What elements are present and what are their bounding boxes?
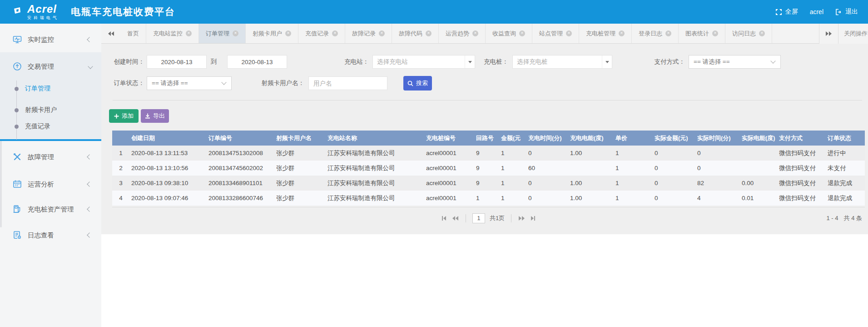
next-page-button[interactable] (518, 215, 526, 221)
payment-method-select[interactable]: == 请选择 == (689, 55, 781, 69)
tab-visit-log[interactable]: 访问日志 × (725, 24, 772, 43)
page-title: 电瓶车充电桩收费平台 (71, 5, 175, 18)
table-row[interactable]: 1 2020-08-13 13:11:53 2008134751302008 张… (112, 146, 865, 161)
col-station-name[interactable]: 充电站名称 (326, 131, 424, 146)
pile-placeholder: 选择充电桩 (513, 55, 602, 68)
sidebar-item-pile-asset-mgmt[interactable]: 充电桩资产管理 (0, 202, 101, 216)
sidebar-item-fault-mgmt[interactable]: 故障管理 (0, 150, 101, 164)
tab-label: 登录日志 (639, 30, 662, 38)
tab-close-icon[interactable]: × (285, 30, 291, 36)
tabs-scroll-right-button[interactable] (819, 24, 838, 44)
tabs-scroll-left-button[interactable] (101, 24, 120, 43)
station-combobox[interactable]: 选择充电站 (372, 55, 475, 69)
col-unit-price[interactable]: 单价 (614, 131, 653, 146)
tab-close-icon[interactable]: × (712, 30, 718, 36)
tab-operation-trends[interactable]: 运营趋势 × (439, 24, 486, 43)
sidebar-item-log-view[interactable]: 日志查看 (0, 228, 101, 242)
tab-label: 运营趋势 (446, 30, 469, 38)
tab-station-monitor[interactable]: 充电站监控 × (146, 24, 199, 43)
add-button[interactable]: 添加 (109, 109, 139, 123)
logo-subtext: 安科瑞电气 (27, 16, 59, 20)
tab-close-icon[interactable]: × (519, 30, 525, 36)
tab-close-icon[interactable]: × (379, 30, 385, 36)
table-row[interactable]: 2 2020-08-13 13:10:56 2008134745602002 张… (112, 161, 865, 176)
col-created-date[interactable]: 创建日期 (129, 131, 207, 146)
chevron-left-icon (87, 232, 92, 237)
rfid-username-input[interactable] (308, 76, 387, 90)
sidebar-group-transaction-mgmt[interactable]: 交易管理 (0, 59, 101, 74)
col-order-status[interactable]: 订单状态 (826, 131, 865, 146)
cell-pile-number: acrel00001 (424, 191, 474, 206)
page-number-input[interactable] (472, 213, 485, 223)
tab-close-icon[interactable]: × (426, 30, 432, 36)
dropdown-arrow-icon[interactable] (602, 55, 612, 68)
tab-site-mgmt[interactable]: 站点管理 × (532, 24, 579, 43)
tab-close-icon[interactable]: × (759, 30, 765, 36)
export-button-label: 导出 (153, 112, 165, 120)
tab-close-icon[interactable]: × (472, 30, 478, 36)
tab-close-icon[interactable]: × (566, 30, 572, 36)
table-row[interactable]: 3 2020-08-13 09:38:10 2008133468901101 张… (112, 176, 865, 191)
first-page-button[interactable] (441, 215, 447, 221)
sidebar-item-operation-analysis[interactable]: 运营分析 (0, 177, 101, 191)
pile-combobox[interactable]: 选择充电桩 (512, 55, 612, 69)
cell-actual-amount: 0 (653, 191, 695, 206)
close-operations-menu[interactable]: 关闭操作 (838, 24, 868, 44)
fullscreen-button[interactable]: 全屏 (775, 8, 798, 16)
tab-home[interactable]: 首页 (120, 24, 146, 43)
col-circuit-number[interactable]: 回路号 (474, 131, 499, 146)
table-row[interactable]: 4 2020-08-13 09:07:46 2008133286600746 张… (112, 191, 865, 206)
tab-close-icon[interactable]: × (186, 30, 192, 36)
tab-login-log[interactable]: 登录日志 × (632, 24, 679, 43)
tab-order-mgmt[interactable]: 订单管理 × (199, 24, 246, 43)
prev-page-button[interactable] (451, 215, 459, 221)
tab-pile-mgmt[interactable]: 充电桩管理 × (579, 24, 632, 43)
tab-close-icon[interactable]: × (233, 30, 238, 36)
sidebar-item-realtime-monitor[interactable]: 实时监控 (0, 32, 101, 47)
col-rfid-username[interactable]: 射频卡用户名 (274, 131, 326, 146)
col-payment-method[interactable]: 支付方式 (777, 131, 826, 146)
tab-label: 首页 (127, 30, 139, 38)
order-status-select[interactable]: == 请选择 == (147, 76, 232, 90)
date-to-input[interactable] (227, 55, 287, 69)
col-order-number[interactable]: 订单编号 (207, 131, 274, 146)
username[interactable]: acrel (810, 8, 823, 15)
sidebar-item-rfid-users[interactable]: 射频卡用户 (0, 103, 101, 117)
col-actual-time[interactable]: 实际时间(分) (695, 131, 740, 146)
tab-fault-records[interactable]: 故障记录 × (345, 24, 392, 43)
col-amount[interactable]: 金额(元 (499, 131, 526, 146)
col-actual-amount[interactable]: 实际金额(元) (653, 131, 695, 146)
tab-close-icon[interactable]: × (332, 30, 338, 36)
cell-circuit-number: 9 (474, 176, 499, 191)
tab-recharge-records[interactable]: 充值记录 × (298, 24, 345, 43)
search-button[interactable]: 搜索 (403, 76, 432, 91)
last-page-button[interactable] (530, 215, 536, 221)
dropdown-arrow-icon[interactable] (465, 55, 475, 68)
sidebar-item-order-mgmt[interactable]: 订单管理 (0, 82, 101, 96)
logout-button[interactable]: 退出 (835, 8, 858, 16)
col-rownum[interactable] (112, 131, 129, 146)
chevron-left-icon (87, 154, 92, 159)
sidebar-item-label: 故障管理 (28, 153, 54, 161)
sidebar-item-label: 运营分析 (28, 180, 54, 189)
tab-revenue-query[interactable]: 收益查询 × (486, 24, 532, 43)
acrel-logo-icon (13, 6, 25, 18)
tab-close-icon[interactable]: × (619, 30, 625, 36)
col-actual-energy[interactable]: 实际电能(度) (740, 131, 777, 146)
tab-rfid-users[interactable]: 射频卡用户 × (246, 24, 298, 43)
date-from-input[interactable] (147, 55, 207, 69)
chevron-down-icon (770, 58, 775, 63)
sidebar-item-recharge-records[interactable]: 充值记录 (0, 120, 101, 133)
col-pile-number[interactable]: 充电桩编号 (424, 131, 474, 146)
cell-rfid-username: 张少群 (274, 191, 326, 206)
orders-table: 创建日期 订单编号 射频卡用户名 充电站名称 充电桩编号 回路号 金额(元 充电… (112, 131, 865, 206)
cell-actual-energy: 0.01 (740, 191, 777, 206)
cell-unit-price: 1 (614, 146, 653, 161)
cell-station-name: 江苏安科瑞制造有限公司 (326, 191, 424, 206)
tab-fault-codes[interactable]: 故障代码 × (392, 24, 439, 43)
tab-chart-stats[interactable]: 图表统计 × (679, 24, 725, 43)
col-charge-energy[interactable]: 充电电能(度) (568, 131, 614, 146)
tab-close-icon[interactable]: × (665, 30, 671, 36)
export-button[interactable]: 导出 (141, 109, 169, 123)
col-charge-time[interactable]: 充电时间(分) (526, 131, 568, 146)
